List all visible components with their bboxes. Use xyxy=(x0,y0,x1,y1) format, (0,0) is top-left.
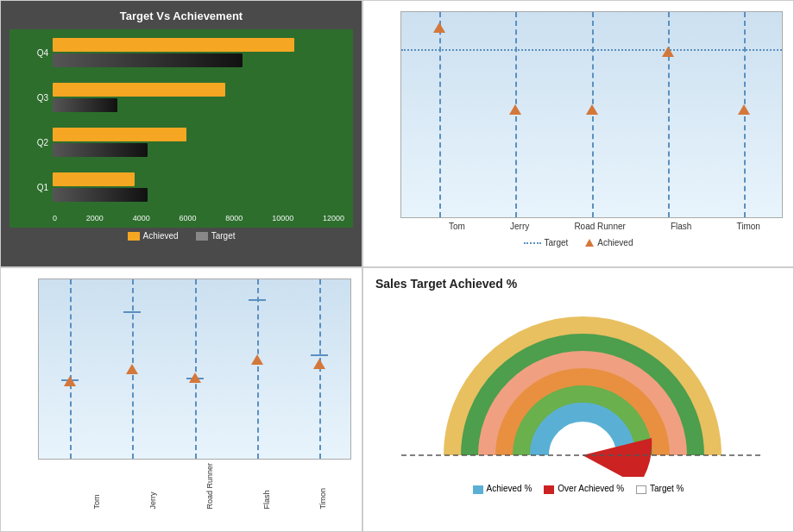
data-point-flash-tr xyxy=(662,47,674,57)
bar-label-q2: Q2 xyxy=(18,138,48,147)
bar-target-q3 xyxy=(53,98,117,112)
vdash-4 xyxy=(668,12,670,217)
legend-target-tr: Target xyxy=(545,238,569,247)
bar-target-q1 xyxy=(53,188,148,202)
bar-target-q2 xyxy=(53,143,148,157)
rainbow-area: Achieved % Over Achieved % Target % xyxy=(375,296,781,503)
scatter-area-tr xyxy=(400,11,783,218)
data-point-jerry-tr xyxy=(509,104,521,115)
bar-achieved-q1 xyxy=(53,172,135,186)
bar-chart: Target Vs Achievement Q4 Q3 Q2 xyxy=(0,0,362,267)
target-line-swatch-tr xyxy=(524,242,541,244)
table-row: Q2 xyxy=(53,128,344,157)
vdash-bl-4 xyxy=(257,279,259,459)
bar-achieved-q2 xyxy=(53,128,186,141)
table-row: Q3 xyxy=(53,83,344,112)
y-axis-bl: 7000 6000 5000 4000 3000 2000 1000 0 xyxy=(0,279,1,528)
achieved-tom-bl xyxy=(64,376,76,386)
rainbow-legend: Achieved % Over Achieved % Target % xyxy=(375,484,781,494)
x-axis-bl: Tom Jerry Road Runner Flash Timon xyxy=(38,463,351,510)
bar-achieved-q3 xyxy=(53,83,225,97)
scatter-legend-tr: Target Achieved xyxy=(370,238,786,247)
legend-target-swatch xyxy=(196,232,208,241)
data-point-tom-tr xyxy=(433,22,445,33)
bar-label-q4: Q4 xyxy=(18,48,48,58)
scatter-chart-bl: 7000 6000 5000 4000 3000 2000 1000 0 xyxy=(0,267,362,532)
target-jerry-bl xyxy=(123,311,141,313)
bar-chart-legend: Achieved Target xyxy=(9,231,353,241)
vdash-bl-3 xyxy=(195,279,197,459)
achieved-roadrunner-bl xyxy=(189,372,201,383)
legend-overachieved-br: Over Achieved % xyxy=(544,484,624,494)
legend-achieved-tr: Achieved xyxy=(597,238,633,247)
legend-achieved-br: Achieved % xyxy=(473,484,532,494)
bar-target-q4 xyxy=(53,53,243,67)
legend-target-label-br: Target % xyxy=(650,484,684,493)
scatter-area-bl xyxy=(38,279,351,460)
target-timon-bl xyxy=(311,354,328,356)
x-axis-tr: Tom Jerry Road Runner Flash Timon xyxy=(400,222,783,231)
bar-chart-title: Target Vs Achievement xyxy=(9,9,353,22)
rainbow-chart: Sales Target Achieved % xyxy=(362,267,794,532)
table-row: Q1 xyxy=(53,172,344,202)
scatter-chart-tr: 6000 5000 4000 3000 2000 1000 0 xyxy=(362,0,794,267)
legend-achieved-label: Achieved xyxy=(143,231,179,241)
vdash-bl-1 xyxy=(70,279,72,459)
legend-target-br: Target % xyxy=(636,484,684,494)
data-point-roadrunner-tr xyxy=(586,104,598,115)
data-point-timon-tr xyxy=(738,104,750,115)
achieved-jerry-bl xyxy=(126,364,138,374)
bar-achieved-q4 xyxy=(53,38,294,52)
bar-label-q1: Q1 xyxy=(18,183,48,192)
overachieved-swatch-br xyxy=(544,485,554,494)
bar-label-q3: Q3 xyxy=(18,93,48,103)
y-axis-tr: 6000 5000 4000 3000 2000 1000 0 xyxy=(362,11,363,231)
vdash-bl-5 xyxy=(319,279,321,459)
scatter-wrapper-bl: 7000 6000 5000 4000 3000 2000 1000 0 xyxy=(8,279,355,528)
target-flash-bl xyxy=(249,299,266,301)
x-axis: 0 2000 4000 6000 8000 10000 12000 xyxy=(53,214,344,222)
bar-chart-area: Q4 Q3 Q2 xyxy=(9,29,353,228)
table-row: Q4 xyxy=(53,38,344,67)
target-swatch-br xyxy=(636,485,646,494)
scatter-wrapper-tr: 6000 5000 4000 3000 2000 1000 0 xyxy=(370,11,786,231)
legend-target-label: Target xyxy=(211,231,236,241)
legend-overachieved-label-br: Over Achieved % xyxy=(558,484,624,493)
achieved-flash-bl xyxy=(251,354,263,365)
achieved-swatch-br xyxy=(473,485,483,494)
achieved-swatch-tr xyxy=(585,239,594,247)
rainbow-svg xyxy=(384,304,781,477)
legend-achieved-label-br: Achieved % xyxy=(487,484,532,493)
legend-achieved-swatch xyxy=(128,232,140,241)
rainbow-chart-title: Sales Target Achieved % xyxy=(375,277,781,291)
vdash-1 xyxy=(439,12,441,217)
target-line-tr xyxy=(401,49,782,51)
achieved-timon-bl xyxy=(313,359,325,369)
